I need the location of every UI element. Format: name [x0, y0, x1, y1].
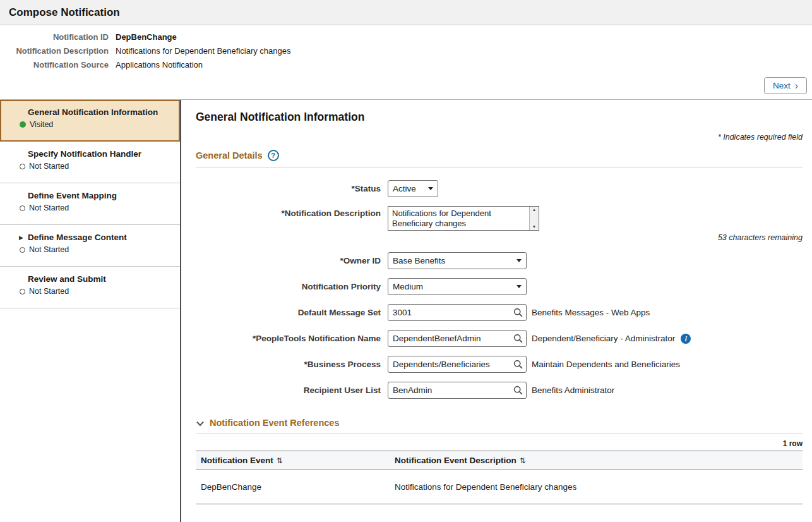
- scroll-up-icon[interactable]: ▲: [532, 208, 536, 212]
- step-label: Review and Submit: [28, 274, 175, 284]
- notification-id-label: Notification ID: [0, 30, 109, 44]
- step-status-text: Not Started: [29, 203, 69, 212]
- info-icon[interactable]: i: [681, 334, 691, 344]
- page-title: Compose Notification: [9, 6, 120, 19]
- not-started-status-icon: [20, 205, 25, 211]
- collapse-chevron-icon[interactable]: [196, 421, 205, 427]
- status-row: *Status Active: [196, 180, 803, 197]
- notification-meta: Notification ID DepBenChange Notificatio…: [0, 25, 812, 75]
- step-label: Specify Notification Handler: [28, 149, 175, 159]
- chevron-right-icon: ›: [795, 81, 798, 91]
- help-icon[interactable]: ?: [268, 150, 279, 161]
- event-references-heading: Notification Event References: [210, 418, 339, 428]
- notification-source-label: Notification Source: [0, 58, 109, 72]
- visited-status-icon: [20, 121, 26, 128]
- notification-priority-label: Notification Priority: [196, 282, 388, 291]
- not-started-status-icon: [20, 247, 25, 253]
- sidebar-item-define-message-content[interactable]: ▶ Define Message Content Not Started: [0, 225, 180, 267]
- recipient-user-list-row: Recipient User List Benefits Administrat…: [196, 382, 803, 399]
- step-status: Not Started: [20, 203, 175, 212]
- not-started-status-icon: [20, 164, 25, 169]
- required-field-note: * Indicates required field: [196, 133, 803, 142]
- chevron-down-icon: [516, 259, 522, 262]
- default-message-set-description: Benefits Messages - Web Apps: [532, 308, 650, 317]
- step-status-text: Not Started: [29, 245, 69, 254]
- general-details-heading: General Details: [196, 150, 263, 161]
- notification-description-value: Notifications for Dependent Beneficiary …: [116, 44, 291, 58]
- search-icon[interactable]: [513, 334, 523, 343]
- recipient-user-list-label: Recipient User List: [196, 385, 388, 395]
- column-header-label: Notification Event Description: [395, 456, 516, 465]
- step-status: Not Started: [20, 162, 175, 171]
- meta-row-notification-source: Notification Source Applications Notific…: [0, 58, 812, 72]
- general-details-section-header: General Details ?: [196, 150, 803, 167]
- notification-description-text: Notifications for Dependent Beneficiary …: [388, 207, 529, 230]
- event-references-section-header: Notification Event References: [196, 418, 803, 434]
- sort-icon[interactable]: ⇅: [277, 456, 283, 465]
- peopletools-notification-name-description: Dependent/Beneficiary - Administrator: [532, 334, 675, 343]
- notification-id-value: DepBenChange: [116, 30, 177, 44]
- section-page-title: General Notification Information: [196, 111, 803, 124]
- business-process-label: *Business Process: [196, 360, 388, 369]
- next-button[interactable]: Next ›: [764, 77, 807, 94]
- column-header-notification-event[interactable]: Notification Event⇅: [196, 451, 390, 470]
- default-message-set-lookup: [388, 304, 527, 321]
- scroll-down-icon[interactable]: ▼: [532, 225, 536, 229]
- default-message-set-row: Default Message Set Benefits Messages - …: [196, 304, 803, 321]
- column-header-label: Notification Event: [201, 456, 273, 465]
- not-started-status-icon: [20, 289, 25, 294]
- column-header-notification-event-description[interactable]: Notification Event Description⇅: [390, 451, 803, 470]
- status-select-value: Active: [393, 184, 416, 193]
- sort-icon[interactable]: ⇅: [520, 456, 526, 465]
- business-process-description: Maintain Dependents and Beneficiaries: [532, 360, 680, 369]
- expand-triangle-icon[interactable]: ▶: [19, 234, 23, 241]
- table-row: DepBenChange Notifications for Dependent…: [196, 470, 803, 504]
- recipient-user-list-lookup: [388, 382, 527, 399]
- notification-priority-select[interactable]: Medium: [388, 278, 527, 295]
- sidebar-item-general-notification-information[interactable]: General Notification Information Visited: [0, 100, 180, 142]
- search-icon[interactable]: [513, 360, 523, 369]
- next-button-label: Next: [773, 81, 791, 90]
- chevron-down-icon: [516, 285, 522, 288]
- meta-row-notification-description: Notification Description Notifications f…: [0, 44, 812, 58]
- recipient-user-list-description: Benefits Administrator: [532, 385, 614, 395]
- cell-notification-event-description: Notifications for Dependent Beneficiary …: [390, 470, 803, 504]
- search-icon[interactable]: [513, 308, 523, 317]
- notification-priority-select-value: Medium: [393, 282, 423, 291]
- main-content: General Notification Information * Indic…: [181, 100, 812, 522]
- step-status: Visited: [20, 120, 174, 129]
- step-status-text: Visited: [30, 120, 53, 129]
- step-status-text: Not Started: [29, 162, 69, 171]
- owner-id-row: *Owner ID Base Benefits: [196, 252, 803, 269]
- sidebar-item-specify-notification-handler[interactable]: Specify Notification Handler Not Started: [0, 142, 180, 183]
- sidebar-item-define-event-mapping[interactable]: Define Event Mapping Not Started: [0, 183, 180, 225]
- peopletools-notification-name-row: *PeopleTools Notification Name Dependent…: [196, 330, 803, 347]
- status-label: *Status: [196, 184, 388, 193]
- sidebar-item-review-and-submit[interactable]: Review and Submit Not Started: [0, 267, 180, 308]
- peopletools-notification-name-input[interactable]: [388, 334, 513, 343]
- recipient-user-list-input[interactable]: [388, 385, 513, 395]
- search-icon[interactable]: [513, 385, 523, 395]
- notification-description-field-label: *Notification Description: [196, 206, 388, 218]
- status-select[interactable]: Active: [388, 180, 438, 197]
- activity-guide-sidebar: General Notification Information Visited…: [0, 100, 181, 522]
- default-message-set-input[interactable]: [388, 308, 513, 317]
- page-header: Compose Notification: [0, 0, 812, 25]
- owner-id-select[interactable]: Base Benefits: [388, 252, 527, 269]
- textarea-scrollbar[interactable]: ▲ ▼: [529, 207, 539, 230]
- cell-notification-event: DepBenChange: [196, 470, 390, 504]
- default-message-set-label: Default Message Set: [196, 308, 388, 317]
- business-process-input[interactable]: [388, 360, 513, 369]
- owner-id-label: *Owner ID: [196, 256, 388, 265]
- step-status: Not Started: [20, 287, 175, 296]
- step-label: Define Event Mapping: [28, 191, 175, 200]
- table-row-count: 1 row: [196, 439, 803, 448]
- action-bar: Next ›: [0, 75, 812, 100]
- business-process-lookup: [388, 356, 527, 373]
- step-status: Not Started: [20, 245, 175, 254]
- step-status-text: Not Started: [29, 287, 69, 296]
- chevron-down-icon: [428, 187, 433, 190]
- notification-description-label: Notification Description: [0, 44, 109, 58]
- event-references-table: Notification Event⇅ Notification Event D…: [196, 451, 803, 504]
- notification-description-textarea[interactable]: Notifications for Dependent Beneficiary …: [388, 206, 539, 231]
